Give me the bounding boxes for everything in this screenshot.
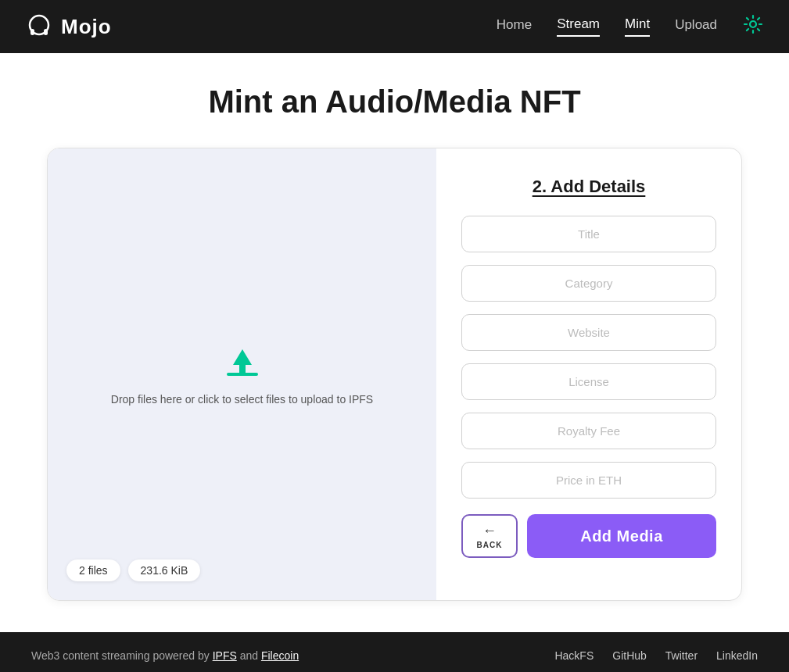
svg-rect-2 — [44, 29, 48, 35]
settings-icon[interactable] — [742, 13, 764, 41]
royalty-fee-input[interactable] — [461, 413, 716, 449]
nav-stream[interactable]: Stream — [557, 16, 600, 37]
license-input[interactable] — [461, 363, 716, 400]
file-size-badge: 231.6 KiB — [128, 559, 201, 581]
svg-rect-6 — [239, 363, 246, 374]
back-button[interactable]: ← BACK — [461, 514, 518, 558]
file-count-badge: 2 files — [66, 559, 120, 581]
footer-right: HackFS GitHub Twitter LinkedIn — [554, 649, 758, 662]
nav-mint[interactable]: Mint — [625, 16, 650, 37]
section-title: 2. Add Details — [461, 177, 716, 197]
svg-marker-5 — [233, 349, 252, 365]
nav-home[interactable]: Home — [497, 17, 532, 36]
back-arrow-icon: ← — [482, 523, 497, 539]
upload-dropzone[interactable]: Drop files here or click to select files… — [48, 148, 436, 600]
twitter-link[interactable]: Twitter — [665, 649, 698, 662]
back-label: BACK — [477, 541, 503, 549]
website-input[interactable] — [461, 314, 716, 351]
drop-text: Drop files here or click to select files… — [111, 393, 373, 406]
svg-rect-1 — [30, 29, 34, 35]
price-eth-input[interactable] — [461, 462, 716, 499]
hackfs-link[interactable]: HackFS — [554, 649, 594, 662]
nav-upload[interactable]: Upload — [675, 17, 717, 36]
file-badges: 2 files 231.6 KiB — [66, 559, 200, 581]
add-media-button[interactable]: Add Media — [527, 514, 716, 558]
upload-icon — [224, 343, 261, 381]
page-title: Mint an Audio/Media NFT — [47, 84, 742, 120]
footer-left-text: Web3 content streaming powered by — [31, 649, 213, 662]
footer-and-text: and — [237, 649, 261, 662]
linkedin-link[interactable]: LinkedIn — [716, 649, 758, 662]
details-panel: 2. Add Details ← BACK Add Media — [436, 148, 741, 600]
logo-text: Mojo — [61, 15, 112, 39]
headphones-icon — [25, 13, 53, 41]
filecoin-link[interactable]: Filecoin — [261, 649, 299, 662]
category-input[interactable] — [461, 265, 716, 302]
main-nav: Home Stream Mint Upload — [497, 13, 764, 41]
svg-point-3 — [750, 21, 756, 27]
ipfs-link[interactable]: IPFS — [213, 649, 237, 662]
logo-area: Mojo — [25, 13, 112, 41]
github-link[interactable]: GitHub — [612, 649, 647, 662]
title-input[interactable] — [461, 216, 716, 252]
button-row: ← BACK Add Media — [461, 514, 716, 558]
upload-area: Drop files here or click to select files… — [111, 343, 373, 406]
footer-left: Web3 content streaming powered by IPFS a… — [31, 649, 299, 662]
content-card: Drop files here or click to select files… — [47, 148, 742, 601]
